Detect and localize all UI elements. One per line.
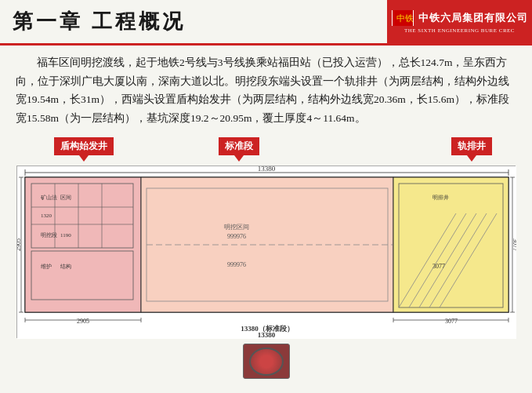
svg-text:明挖段: 明挖段 [41, 232, 57, 238]
company-name-en: THE SIXTH ENGINEERING BURE CREC [404, 27, 515, 34]
svg-text:铁: 铁 [404, 13, 413, 23]
engineering-diagram: 13380 矿山法 区间 1320 明挖段 1190 [16, 166, 516, 338]
svg-text:3077: 3077 [432, 263, 445, 270]
svg-text:结构: 结构 [60, 264, 71, 270]
china-flag-icon: 中 铁 [392, 10, 414, 26]
company-name-cn: 中铁六局集团有限公司 [418, 11, 528, 25]
company-logo: 中 铁 中铁六局集团有限公司 THE SIXTH ENGINEERING BUR… [387, 0, 532, 43]
tunnel-circle-icon [249, 348, 284, 376]
label-standard-section: 标准段 [219, 137, 259, 155]
header-title-area: 第一章 工程概况 [0, 0, 387, 43]
logo-top-row: 中 铁 中铁六局集团有限公司 [392, 10, 528, 26]
svg-text:999976: 999976 [227, 261, 246, 268]
svg-text:明挖区间: 明挖区间 [224, 224, 249, 231]
svg-text:1320: 1320 [41, 213, 52, 219]
label-shield-well: 盾构始发井 [54, 137, 114, 155]
svg-rect-35 [393, 177, 508, 312]
svg-text:矿山法: 矿山法 [40, 195, 57, 201]
svg-text:3077: 3077 [445, 318, 458, 325]
svg-text:2905: 2905 [77, 318, 89, 325]
svg-text:1190: 1190 [60, 232, 71, 238]
tunnel-thumbnail [243, 344, 290, 379]
svg-text:13380: 13380 [258, 331, 276, 339]
main-content: 福车区间明挖渡线，起于地铁2号线与3号线换乘站福田站（已投入运营），总长124.… [0, 45, 532, 343]
svg-text:999976: 999976 [227, 233, 246, 240]
svg-text:明排井: 明排井 [432, 195, 449, 201]
label-track-well: 轨排井 [451, 137, 492, 155]
svg-text:维护: 维护 [41, 264, 52, 270]
svg-text:区间: 区间 [60, 195, 71, 201]
svg-text:中: 中 [396, 13, 405, 23]
svg-text:13380: 13380 [258, 166, 276, 173]
header: 第一章 工程概况 中 铁 中铁六局集团有限公司 THE SIXTH ENGINE… [0, 0, 532, 45]
chapter-title: 第一章 工程概况 [13, 8, 186, 35]
description-paragraph: 福车区间明挖渡线，起于地铁2号线与3号线换乘站福田站（已投入运营），总长124.… [16, 53, 516, 128]
